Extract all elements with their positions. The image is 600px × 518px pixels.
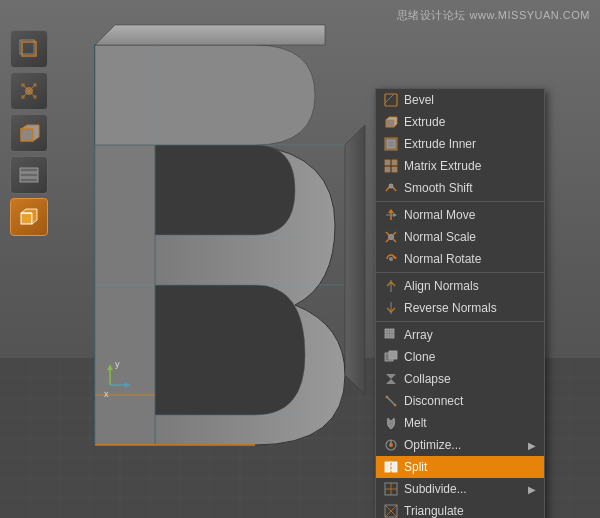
separator-2 [376, 272, 544, 273]
subdivide-icon [384, 482, 398, 496]
disconnect-icon [384, 394, 398, 408]
menu-item-extrude-inner[interactable]: Extrude Inner [376, 133, 544, 155]
toolbar-btn-active[interactable] [10, 198, 48, 236]
svg-line-69 [393, 239, 396, 242]
menu-item-split[interactable]: Split [376, 456, 544, 478]
menu-label-subdivide: Subdivide... [404, 482, 467, 496]
svg-text:x: x [104, 389, 109, 399]
menu-label-disconnect: Disconnect [404, 394, 463, 408]
normal-move-icon [384, 208, 398, 222]
svg-point-61 [389, 184, 393, 188]
smooth-shift-icon [384, 181, 398, 195]
bevel-icon [384, 93, 398, 107]
svg-line-66 [386, 232, 389, 235]
svg-rect-84 [389, 351, 397, 359]
menu-label-bevel: Bevel [404, 93, 434, 107]
menu-item-reverse-normals[interactable]: Reverse Normals [376, 297, 544, 319]
menu-label-extrude: Extrude [404, 115, 445, 129]
svg-line-77 [387, 308, 391, 312]
toolbar-btn-cube-view[interactable] [10, 30, 48, 68]
toolbar-btn-vertex[interactable] [10, 72, 48, 110]
menu-label-split: Split [404, 460, 427, 474]
menu-item-align-normals[interactable]: Align Normals [376, 275, 544, 297]
menu-item-normal-scale[interactable]: Normal Scale [376, 226, 544, 248]
menu-label-normal-move: Normal Move [404, 208, 475, 222]
watermark: 思绪设计论坛 www.MISSYUAN.COM [397, 8, 590, 23]
menu-item-normal-move[interactable]: Normal Move [376, 204, 544, 226]
extrude-icon [384, 115, 398, 129]
menu-item-extrude[interactable]: Extrude [376, 111, 544, 133]
menu-label-clone: Clone [404, 350, 435, 364]
svg-line-75 [391, 282, 395, 286]
menu-label-smooth-shift: Smooth Shift [404, 181, 473, 195]
svg-rect-56 [387, 140, 395, 148]
menu-label-reverse-normals: Reverse Normals [404, 301, 497, 315]
menu-item-melt[interactable]: Melt [376, 412, 544, 434]
menu-label-collapse: Collapse [404, 372, 451, 386]
svg-rect-50 [20, 173, 38, 177]
svg-line-74 [387, 282, 391, 286]
viewport: 思绪设计论坛 www.MISSYUAN.COM [0, 0, 600, 518]
svg-line-67 [393, 232, 396, 235]
svg-line-68 [386, 239, 389, 242]
svg-point-70 [389, 235, 394, 240]
extrude-inner-icon [384, 137, 398, 151]
menu-item-subdivide[interactable]: Subdivide... ▶ [376, 478, 544, 500]
split-icon [384, 460, 398, 474]
svg-marker-86 [386, 379, 396, 384]
svg-rect-49 [20, 168, 38, 172]
matrix-extrude-icon [384, 159, 398, 173]
menu-item-disconnect[interactable]: Disconnect [376, 390, 544, 412]
svg-rect-53 [385, 94, 397, 106]
svg-point-72 [389, 257, 393, 261]
svg-rect-79 [385, 329, 389, 333]
svg-text:y: y [115, 359, 120, 369]
menu-item-clone[interactable]: Clone [376, 346, 544, 368]
align-normals-icon [384, 279, 398, 293]
menu-label-melt: Melt [404, 416, 427, 430]
menu-item-triangulate[interactable]: Triangulate [376, 500, 544, 518]
svg-marker-65 [393, 213, 397, 217]
svg-rect-80 [390, 329, 394, 333]
melt-icon [384, 416, 398, 430]
menu-item-optimize[interactable]: Optimize... ▶ [376, 434, 544, 456]
clone-icon [384, 350, 398, 364]
svg-rect-58 [392, 160, 397, 165]
menu-item-array[interactable]: Array [376, 324, 544, 346]
menu-label-normal-rotate: Normal Rotate [404, 252, 481, 266]
separator-1 [376, 201, 544, 202]
svg-line-78 [391, 308, 395, 312]
svg-rect-82 [390, 334, 394, 338]
array-icon [384, 328, 398, 342]
letter-b-3d: x y [55, 15, 375, 485]
toolbar-btn-layers[interactable] [10, 156, 48, 194]
normal-scale-icon [384, 230, 398, 244]
menu-item-matrix-extrude[interactable]: Matrix Extrude [376, 155, 544, 177]
reverse-normals-icon [384, 301, 398, 315]
menu-label-normal-scale: Normal Scale [404, 230, 476, 244]
svg-rect-57 [385, 160, 390, 165]
svg-rect-60 [392, 167, 397, 172]
svg-rect-93 [385, 462, 390, 472]
svg-rect-94 [392, 462, 397, 472]
menu-label-matrix-extrude: Matrix Extrude [404, 159, 481, 173]
optimize-icon [384, 438, 398, 452]
menu-item-collapse[interactable]: Collapse [376, 368, 544, 390]
svg-point-91 [389, 443, 393, 447]
optimize-arrow: ▶ [528, 440, 536, 451]
menu-item-bevel[interactable]: Bevel [376, 89, 544, 111]
menu-label-triangulate: Triangulate [404, 504, 464, 518]
svg-marker-63 [388, 209, 394, 213]
svg-marker-85 [386, 374, 396, 379]
left-toolbar [10, 30, 48, 236]
svg-rect-52 [21, 213, 32, 224]
menu-label-extrude-inner: Extrude Inner [404, 137, 476, 151]
triangulate-icon [384, 504, 398, 518]
svg-rect-81 [385, 334, 389, 338]
normal-rotate-icon [384, 252, 398, 266]
menu-item-normal-rotate[interactable]: Normal Rotate [376, 248, 544, 270]
separator-3 [376, 321, 544, 322]
menu-item-smooth-shift[interactable]: Smooth Shift [376, 177, 544, 199]
svg-rect-51 [20, 178, 38, 182]
toolbar-btn-cube-object[interactable] [10, 114, 48, 152]
